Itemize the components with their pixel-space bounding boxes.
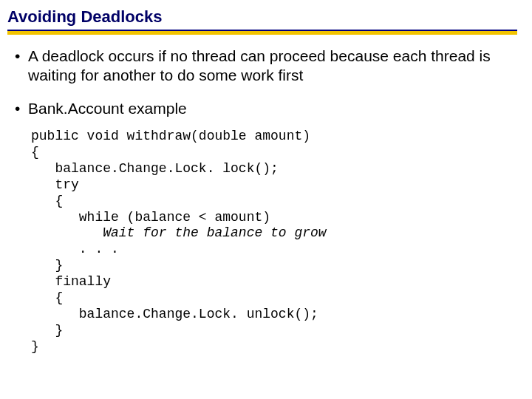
- slide-body: A deadlock occurs if no thread can proce…: [7, 35, 517, 355]
- code-line: balance.Change.Lock. unlock();: [31, 307, 318, 321]
- code-line: balance.Change.Lock. lock();: [31, 161, 279, 176]
- code-line: {: [31, 194, 63, 208]
- code-line: }: [31, 258, 63, 273]
- code-line: }: [31, 323, 63, 338]
- code-line: while (balance < amount): [31, 210, 270, 225]
- slide-title: Avoiding Deadlocks: [7, 7, 517, 30]
- code-line: public void withdraw(double amount): [31, 129, 310, 143]
- code-line: }: [31, 339, 39, 354]
- code-line-indent: [31, 225, 103, 240]
- bullet-item: Bank.Account example: [13, 99, 517, 118]
- bullet-item: A deadlock occurs if no thread can proce…: [13, 47, 517, 86]
- code-line: . . .: [31, 242, 119, 256]
- code-line-italic: Wait for the balance to grow: [103, 225, 326, 240]
- code-line: finally: [31, 274, 111, 289]
- code-block: public void withdraw(double amount) { ba…: [13, 129, 517, 355]
- bullet-list: A deadlock occurs if no thread can proce…: [13, 47, 517, 118]
- slide: Avoiding Deadlocks A deadlock occurs if …: [0, 0, 532, 399]
- code-line: try: [31, 177, 79, 192]
- code-line: {: [31, 145, 39, 160]
- title-block: Avoiding Deadlocks: [7, 7, 517, 35]
- code-line: {: [31, 290, 63, 305]
